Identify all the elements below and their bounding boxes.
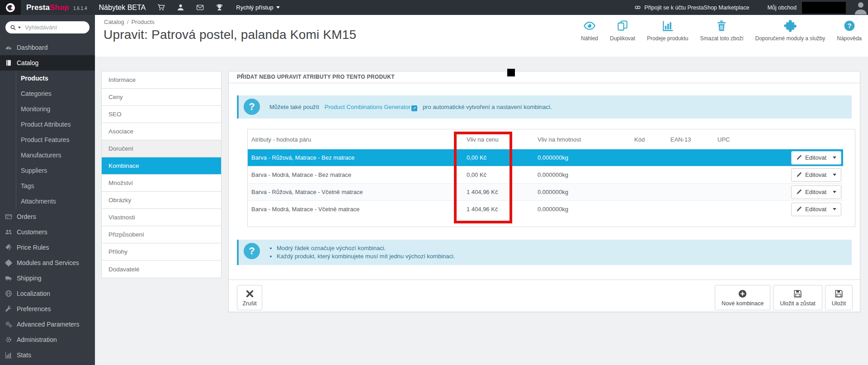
- combinations-table-box: Atributy - hodnota páruVliv na cenuVliv …: [247, 129, 855, 227]
- tab-obr-zky[interactable]: Obrázky: [102, 192, 221, 209]
- tab-dodavatel-[interactable]: Dodavatelé: [102, 261, 221, 278]
- toolbar-n-hled[interactable]: Náhled: [581, 19, 598, 42]
- tab-vlastnosti[interactable]: Vlastnosti: [102, 209, 221, 226]
- tab-mno-stv-[interactable]: Množství: [102, 175, 221, 192]
- info-alert-top: ? Můžete také použítProduct Combinations…: [237, 95, 852, 119]
- prestashop-bird-icon: [5, 3, 15, 13]
- sidebar-item-orders[interactable]: Orders: [0, 209, 95, 224]
- combinations-generator-link[interactable]: Product Combinations Generator: [325, 104, 410, 110]
- cart-icon[interactable]: [157, 4, 165, 11]
- help-circle-icon: ?: [244, 243, 260, 259]
- toolbar-prodeje-produktu[interactable]: Prodeje produktu: [647, 19, 688, 42]
- column-header: Kód: [631, 129, 667, 149]
- mail-icon[interactable]: [196, 4, 204, 11]
- svg-text:?: ?: [847, 22, 851, 29]
- sidebar-item-stats[interactable]: Stats: [0, 347, 95, 363]
- sidebar-item-advanced-parameters[interactable]: Advanced Parameters: [0, 317, 95, 332]
- sidebar-item-dashboard[interactable]: Dashboard: [0, 40, 95, 55]
- tab-doru-en-[interactable]: Doručení: [102, 140, 221, 157]
- brand-presta: Presta: [26, 3, 50, 12]
- sidebar-item-categories[interactable]: Categories: [16, 86, 95, 101]
- eye-icon: [582, 19, 597, 33]
- floppy-icon: [834, 289, 844, 299]
- sidebar-item-manufacturers[interactable]: Manufacturers: [16, 147, 95, 163]
- brand-shop: Shop: [50, 3, 69, 12]
- shop-name-link[interactable]: Nábytek BETA: [99, 4, 146, 12]
- save-button[interactable]: Uložit: [825, 285, 853, 310]
- catalog-icon: [5, 59, 12, 66]
- marketplace-link[interactable]: Připojit se k účtu PrestaShop Marketplac…: [634, 4, 749, 11]
- sidebar-item-product-attributes[interactable]: Product Attributes: [16, 117, 95, 132]
- pencil-icon: [796, 206, 802, 212]
- panel-footer: Zrušit Nové kombinace Uložit a zůstat Ul…: [229, 280, 860, 312]
- edit-combination-button[interactable]: Editovat: [791, 168, 841, 182]
- shipping-icon: [5, 275, 12, 282]
- toolbar-duplikovat[interactable]: Duplikovat: [610, 19, 635, 42]
- avatar[interactable]: [854, 0, 868, 15]
- tab-asociace[interactable]: Asociace: [102, 123, 221, 140]
- external-link-icon: ↗: [411, 105, 417, 111]
- sidebar-item-price-rules[interactable]: Price Rules: [0, 240, 95, 255]
- sidebar-item-customers[interactable]: Customers: [0, 224, 95, 240]
- combinations-table: Atributy - hodnota páruVliv na cenuVliv …: [248, 129, 843, 218]
- link-icon: [634, 4, 641, 11]
- toolbar-n-pov-da[interactable]: ?Nápověda: [837, 19, 862, 42]
- prestashop-logo[interactable]: [0, 0, 21, 15]
- edit-combination-button[interactable]: Editovat: [791, 151, 841, 165]
- tab-informace[interactable]: Informace: [102, 71, 221, 89]
- breadcrumb-products[interactable]: Products: [131, 19, 154, 25]
- search-scope-caret-icon[interactable]: [18, 27, 21, 28]
- help-circle-icon: ?: [244, 99, 260, 115]
- tab-seo[interactable]: SEO: [102, 106, 221, 123]
- quick-access-dropdown[interactable]: Rychlý přístup: [236, 4, 279, 11]
- chevron-down-icon[interactable]: [833, 191, 836, 193]
- sidebar-item-products[interactable]: Products: [16, 71, 95, 86]
- user-icon[interactable]: [177, 4, 184, 11]
- sidebar-item-catalog[interactable]: Catalog: [0, 55, 95, 71]
- administration-icon: [5, 336, 12, 343]
- username-redacted-box: [802, 2, 846, 14]
- chevron-down-icon[interactable]: [833, 156, 836, 159]
- customers-icon: [5, 228, 12, 236]
- chevron-down-icon[interactable]: [833, 208, 836, 210]
- trophy-icon[interactable]: [216, 4, 223, 11]
- sidebar-item-attachments[interactable]: Attachments: [16, 194, 95, 209]
- toolbar-doporu-en-moduly-a-slu-by[interactable]: Doporučené moduly a služby: [755, 19, 826, 42]
- toolbar-smazat-toto-zbo-[interactable]: Smazat toto zboží: [700, 19, 743, 42]
- sidebar-item-localization[interactable]: Localization: [0, 286, 95, 301]
- sidebar-item-modules-and-services[interactable]: Modules and Services: [0, 255, 95, 270]
- hint-item: Každý produkt, který kombinujete musí mí…: [277, 252, 852, 261]
- trash-icon: [714, 19, 729, 33]
- chevron-down-icon[interactable]: [833, 174, 836, 176]
- sidebar-item-tags[interactable]: Tags: [16, 178, 95, 194]
- new-combination-button[interactable]: Nové kombinace: [715, 285, 770, 310]
- sidebar-search-input[interactable]: Vyhledávání: [5, 21, 90, 33]
- marketplace-label: Připojit se k účtu PrestaShop Marketplac…: [644, 5, 749, 11]
- combination-row: Barva - Modrá, Matrace - Bez matrace0,00…: [248, 166, 843, 184]
- sidebar-item-monitoring[interactable]: Monitoring: [16, 101, 95, 117]
- tab-p-izp-soben-[interactable]: Přizpůsobení: [102, 226, 221, 243]
- localization-icon: [5, 290, 12, 297]
- tab-ceny[interactable]: Ceny: [102, 89, 221, 106]
- sidebar-nav: DashboardCatalogProductsCategoriesMonito…: [0, 40, 95, 363]
- sidebar-item-preferences[interactable]: Preferences: [0, 301, 95, 317]
- sidebar-item-suppliers[interactable]: Suppliers: [16, 163, 95, 178]
- save-and-stay-button[interactable]: Uložit a zůstat: [773, 285, 822, 310]
- edit-combination-button[interactable]: Editovat: [791, 185, 841, 199]
- info-alert-bottom: ? Modrý řádek označuje výchozí kombinaci…: [237, 240, 852, 265]
- tab-p-lohy[interactable]: Přílohy: [102, 243, 221, 261]
- sidebar-item-shipping[interactable]: Shipping: [0, 270, 95, 286]
- my-shop-link[interactable]: Můj obchod: [767, 5, 797, 11]
- product-sales-icon: [660, 19, 675, 33]
- cancel-button[interactable]: Zrušit: [237, 285, 262, 310]
- topbar: PrestaShop 1.6.1.4 Nábytek BETA Rychlý p…: [0, 0, 868, 15]
- column-header: Vliv na cenu: [463, 129, 534, 149]
- sidebar-item-product-features[interactable]: Product Features: [16, 132, 95, 147]
- edit-combination-button[interactable]: Editovat: [791, 203, 841, 216]
- breadcrumb-catalog[interactable]: Catalog: [104, 19, 124, 25]
- sidebar-item-administration[interactable]: Administration: [0, 332, 95, 347]
- close-icon: [245, 289, 255, 299]
- chevron-down-icon: [276, 6, 280, 9]
- hint-item: Modrý řádek označuje výchozí kombinaci.: [277, 244, 852, 252]
- tab-kombinace[interactable]: Kombinace: [102, 157, 221, 175]
